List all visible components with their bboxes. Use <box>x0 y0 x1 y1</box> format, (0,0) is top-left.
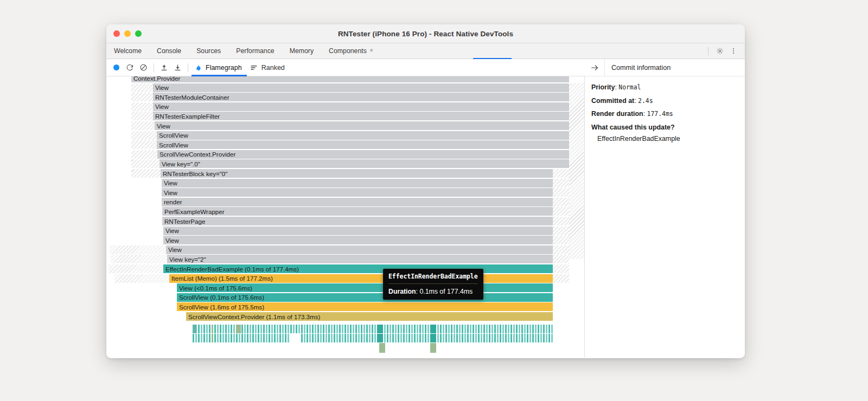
flamegraph-bar[interactable]: Context.Provider <box>131 76 569 82</box>
flamegraph-stripe-bar[interactable] <box>459 325 461 333</box>
flamegraph-stripe-bar[interactable] <box>437 334 439 342</box>
flamegraph-stripe-bar[interactable] <box>486 325 488 333</box>
flamegraph-stripe-bar[interactable] <box>212 325 213 333</box>
flamegraph-stripe-bar[interactable] <box>494 334 496 342</box>
flamegraph-stripe-bar[interactable] <box>255 325 257 333</box>
flamegraph-bar[interactable]: ScrollViewContext.Provider (1.1ms of 173… <box>186 312 553 321</box>
flamegraph-stripe-bar[interactable] <box>403 334 405 342</box>
flamegraph-stripe-bar[interactable] <box>409 325 410 333</box>
flamegraph-stripe-bar[interactable] <box>390 325 391 333</box>
flamegraph-stripe-bar[interactable] <box>540 334 542 342</box>
flamegraph-stripe-bar[interactable] <box>400 325 402 333</box>
flamegraph-stripe-bar[interactable] <box>505 334 507 342</box>
flamegraph-stripe-bar[interactable] <box>334 325 335 333</box>
flamegraph-stripe-bar[interactable] <box>411 325 413 333</box>
flamegraph-stripe-bar[interactable] <box>279 325 281 333</box>
flamegraph-stripe-bar[interactable] <box>535 334 537 342</box>
flamegraph-stripe-bar[interactable] <box>467 325 469 333</box>
flamegraph-stripe-bar[interactable] <box>347 334 349 342</box>
flamegraph-stripe-bar[interactable] <box>361 334 362 342</box>
flamegraph-stripe-bar[interactable] <box>374 334 376 342</box>
flamegraph-stripe-bar[interactable] <box>500 334 501 342</box>
flamegraph-stripe-bar[interactable] <box>307 334 308 342</box>
flamegraph-bar[interactable]: ScrollView <box>157 131 569 140</box>
flamegraph-stripe-bar[interactable] <box>298 325 300 333</box>
load-profile-button[interactable] <box>157 61 171 74</box>
flamegraph-stripe-bar[interactable] <box>222 325 224 333</box>
flamegraph-stripe-bar[interactable] <box>247 325 248 333</box>
flamegraph-stripe-bar[interactable] <box>244 325 246 333</box>
flamegraph-stripe-bar[interactable] <box>201 334 202 342</box>
flamegraph-stripe-bar[interactable] <box>422 334 424 342</box>
flamegraph-stripe-bar[interactable] <box>331 325 333 333</box>
flamegraph-stripe-bar[interactable] <box>250 334 251 342</box>
flamegraph-stripe-bar[interactable] <box>358 334 360 342</box>
flamegraph-stripe-bar[interactable] <box>271 334 273 342</box>
flamegraph-stripe-bar[interactable] <box>372 334 373 342</box>
flamegraph-stripe-bar[interactable] <box>209 325 210 333</box>
flamegraph-stripe-bar[interactable] <box>489 325 490 333</box>
flamegraph-stripe-bar[interactable] <box>409 334 410 342</box>
flamegraph-stripe-bar[interactable] <box>366 334 368 342</box>
flamegraph-bar[interactable]: ScrollViewContext.Provider <box>157 150 569 159</box>
flamegraph-stripe-bar[interactable] <box>236 334 238 342</box>
flamegraph-pane[interactable]: Context.ProviderViewRNTesterModuleContai… <box>106 76 584 358</box>
flamegraph-stripe-bar[interactable] <box>508 325 509 333</box>
flamegraph-bar[interactable]: View key="2" <box>167 255 553 263</box>
flamegraph-bar[interactable]: View key=".0" <box>159 159 569 168</box>
flamegraph-stripe-bar[interactable] <box>269 334 270 342</box>
flamegraph-stripe-bar[interactable] <box>535 325 537 333</box>
flamegraph-stripe-bar[interactable] <box>252 325 254 333</box>
flamegraph-stripe-bar[interactable] <box>538 325 539 333</box>
flamegraph-stripe-bar[interactable] <box>361 325 362 333</box>
flamegraph-stripe-bar[interactable] <box>309 325 311 333</box>
flamegraph-stripe-bar[interactable] <box>198 325 200 333</box>
flamegraph-stripe-bar[interactable] <box>492 325 493 333</box>
flamegraph-stripe-bar[interactable] <box>551 325 553 333</box>
flamegraph-stripe-bar[interactable] <box>203 334 205 342</box>
flamegraph-stripe-bar[interactable] <box>456 325 458 333</box>
flamegraph-stripe-bar[interactable] <box>492 334 493 342</box>
flamegraph-bar[interactable]: View <box>162 179 553 187</box>
flamegraph-bar[interactable]: ScrollView (1.6ms of 175.5ms) <box>177 302 553 311</box>
flamegraph-stripe-bar[interactable] <box>282 325 284 333</box>
flamegraph-stripe-bar[interactable] <box>508 334 509 342</box>
flamegraph-stripe-bar[interactable] <box>263 325 265 333</box>
flamegraph-stripe-bar[interactable] <box>372 325 373 333</box>
flamegraph-stripe-bar[interactable] <box>451 334 452 342</box>
flamegraph-stripe-bar[interactable] <box>430 334 436 342</box>
flamegraph-stripe-bar[interactable] <box>502 325 504 333</box>
flamegraph-stripe-bar[interactable] <box>419 334 421 342</box>
flamegraph-stripe-bar[interactable] <box>513 325 515 333</box>
flamegraph-stripe-bar[interactable] <box>288 325 289 333</box>
flamegraph-stripe-bar[interactable] <box>317 334 319 342</box>
flamegraph-bar[interactable]: RNTesterModuleContainer <box>153 93 569 101</box>
flamegraph-stripe-bar[interactable] <box>443 325 444 333</box>
tab-welcome[interactable]: Welcome <box>106 43 149 59</box>
flamegraph-stripe-bar[interactable] <box>462 325 463 333</box>
flamegraph-stripe-bar[interactable] <box>440 325 442 333</box>
flamegraph-stripe-bar[interactable] <box>336 325 338 333</box>
flamegraph-stripe-bar[interactable] <box>425 325 426 333</box>
flamegraph-stripe-bar[interactable] <box>494 325 496 333</box>
flamegraph-stripe-bar[interactable] <box>448 334 450 342</box>
flamegraph-stripe-bar[interactable] <box>217 334 219 342</box>
flamegraph-stripe-bar[interactable] <box>301 334 303 342</box>
flamegraph-stripe-bar[interactable] <box>233 325 235 333</box>
flamegraph-stripe-bar[interactable] <box>277 325 278 333</box>
flamegraph-stripe-bar[interactable] <box>478 334 480 342</box>
tab-sources[interactable]: Sources <box>189 43 228 59</box>
view-tab-ranked[interactable]: Ranked <box>247 59 290 76</box>
flamegraph-stripe-bar[interactable] <box>334 334 335 342</box>
flamegraph-stripe-bar[interactable] <box>475 334 477 342</box>
flamegraph-stripe-bar[interactable] <box>470 334 471 342</box>
flamegraph-stripe-bar[interactable] <box>231 325 232 333</box>
flamegraph-stripe-bar[interactable] <box>353 334 354 342</box>
flamegraph-stripe-bar[interactable] <box>336 334 338 342</box>
flamegraph-bar[interactable]: PerfExampleWrapper <box>162 207 553 216</box>
flamegraph-stripe-bar[interactable] <box>486 334 488 342</box>
flamegraph-stripe-bar[interactable] <box>198 334 200 342</box>
flamegraph-stripe-bar[interactable] <box>339 334 341 342</box>
flamegraph-stripe-bar[interactable] <box>220 334 221 342</box>
flamegraph-stripe-bar[interactable] <box>195 334 197 342</box>
